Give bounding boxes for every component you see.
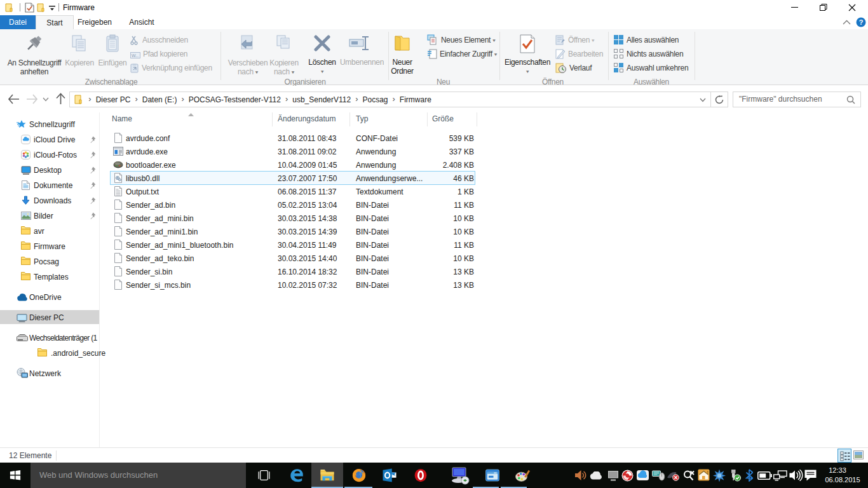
svg-text:?: ?: [859, 18, 864, 26]
svg-text:W...: W...: [132, 53, 139, 58]
svg-text:!: !: [707, 470, 709, 475]
